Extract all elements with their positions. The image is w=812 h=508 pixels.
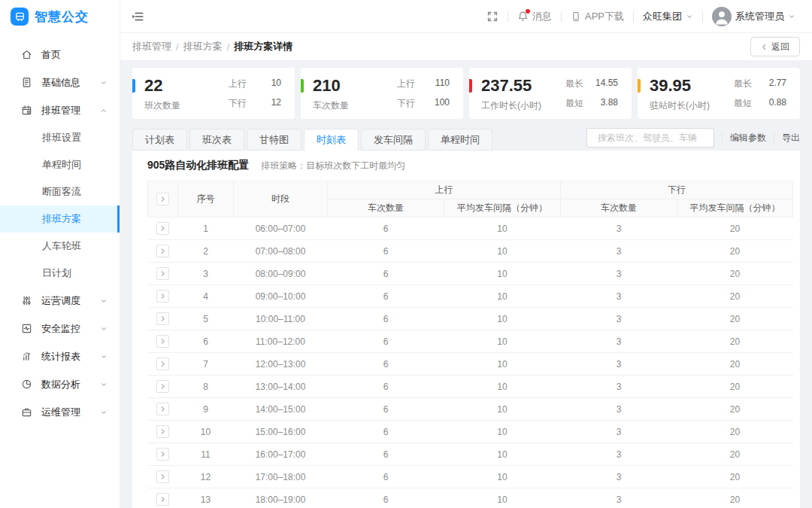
expand-row-button[interactable] (156, 380, 169, 393)
down-interval-cell: 20 (677, 443, 793, 466)
breadcrumb: 排班管理 / 排班方案 / 排班方案详情 (132, 40, 292, 53)
tab-班次表[interactable]: 班次表 (189, 129, 244, 151)
stat-kv-row: 最长14.55 (565, 78, 618, 90)
sidebar-subitem-daily-plan[interactable]: 日计划 (0, 260, 120, 287)
stat-value: 39.95 (650, 76, 710, 96)
export-button[interactable]: 导出 (782, 132, 800, 144)
chevron-right-icon (159, 196, 166, 202)
sidebar-item-scheduling[interactable]: 排班管理 (0, 96, 120, 124)
sidebar-subitem-one-way-time[interactable]: 单程时间 (0, 151, 120, 178)
menu-fold-icon[interactable] (131, 10, 144, 23)
tab-单程时间[interactable]: 单程时间 (428, 129, 492, 151)
down-interval-cell: 20 (677, 240, 793, 263)
up-interval-cell: 10 (444, 330, 561, 353)
expand-row-button[interactable] (156, 290, 169, 303)
stat-label: 工作时长(小时) (481, 99, 541, 112)
chevron-right-icon (159, 338, 166, 345)
period-cell: 12:00–13:00 (234, 353, 328, 376)
tabs: 计划表班次表甘特图时刻表发车间隔单程时间 (132, 129, 495, 151)
fullscreen-icon[interactable] (486, 11, 498, 23)
down-interval-cell: 20 (677, 330, 793, 353)
timetable-body: 1 06:00–07:00 6 10 3 20 2 07:00–08:00 6 … (148, 217, 793, 508)
sidebar-item-operation-dispatch[interactable]: 运营调度 (0, 287, 120, 315)
up-interval-cell: 10 (444, 217, 561, 240)
expand-row-button[interactable] (156, 222, 169, 235)
period-cell: 13:00–14:00 (234, 376, 328, 398)
org-selector[interactable]: 众旺集团 (643, 10, 693, 23)
up-trips-cell: 6 (328, 466, 444, 488)
expand-all-header (148, 181, 178, 217)
chevron-down-icon (100, 353, 108, 360)
up-interval-cell: 10 (444, 376, 561, 398)
seq-cell: 6 (178, 330, 234, 353)
col-group-up: 上行 (328, 181, 561, 199)
bell-icon (517, 11, 529, 22)
expand-row-button[interactable] (156, 245, 169, 257)
panel-strategy: 排班策略：目标班次数下工时最均匀 (261, 160, 405, 172)
panel-title: 905路自动化排班配置 (147, 159, 249, 172)
stat-kv-row: 下行100 (397, 97, 450, 110)
expand-all-button[interactable] (156, 193, 169, 205)
search-input[interactable] (598, 132, 714, 143)
up-trips-cell: 6 (328, 217, 444, 240)
up-trips-cell: 6 (328, 443, 444, 466)
sidebar-item-home[interactable]: 首页 (0, 41, 120, 68)
period-cell: 15:00–16:00 (234, 421, 328, 443)
stat-card: 39.95 驻站时长(小时) 最长2.77最短0.88 (638, 68, 800, 119)
expand-row-button[interactable] (156, 335, 169, 348)
expand-row-button[interactable] (156, 470, 169, 483)
tab-计划表[interactable]: 计划表 (132, 129, 187, 151)
sliders-icon (21, 295, 32, 306)
period-cell: 17:00–18:00 (234, 466, 328, 488)
tab-发车间隔[interactable]: 发车间隔 (361, 129, 426, 151)
down-trips-cell: 3 (561, 308, 677, 330)
chevron-right-icon (159, 451, 166, 458)
down-interval-cell: 20 (677, 466, 793, 488)
app-download-button[interactable]: APP下载 (571, 10, 624, 23)
expand-row-button[interactable] (156, 403, 169, 415)
stat-accent-bar (469, 79, 472, 93)
chevron-right-icon (159, 360, 166, 367)
sidebar-item-ops-management[interactable]: 运维管理 (0, 398, 120, 426)
sidebar-subitem-schedule-plan[interactable]: 排班方案 (0, 205, 120, 233)
phone-icon (571, 11, 581, 22)
sidebar-menu: 首页 基础信息 排班管理 排班设置 单程 (0, 33, 120, 426)
stat-kv-row: 上行10 (229, 78, 281, 90)
sidebar-subitem-section-flow[interactable]: 断面客流 (0, 178, 120, 205)
expand-row-button[interactable] (156, 312, 169, 325)
down-interval-cell: 20 (677, 263, 793, 285)
expand-row-button[interactable] (156, 493, 169, 506)
user-menu[interactable]: 系统管理员 (712, 7, 795, 26)
divider (702, 11, 703, 22)
breadcrumb-item[interactable]: 排班方案 (183, 40, 223, 53)
sidebar-item-basic-info[interactable]: 基础信息 (0, 68, 120, 96)
expand-row-button[interactable] (156, 448, 169, 461)
sidebar-item-safety-monitor[interactable]: 安全监控 (0, 315, 120, 342)
content-area: 22 班次数量 上行10下行12 210 车次数量 上行110下行100 237… (120, 60, 812, 508)
sidebar-subitem-schedule-settings[interactable]: 排班设置 (0, 124, 120, 151)
sidebar-item-statistics-report[interactable]: 统计报表 (0, 342, 120, 370)
col-header-period: 时段 (234, 181, 328, 217)
table-row: 10 15:00–16:00 6 10 3 20 (148, 421, 793, 443)
tab-甘特图[interactable]: 甘特图 (247, 129, 301, 151)
stat-card: 237.55 工作时长(小时) 最长14.55最短3.88 (469, 68, 632, 119)
tab-时刻表[interactable]: 时刻表 (304, 129, 359, 151)
expand-row-button[interactable] (156, 267, 169, 280)
messages-label: 消息 (532, 10, 552, 23)
edit-params-button[interactable]: 编辑参数 (730, 132, 766, 144)
stat-kv-row: 最短0.88 (734, 97, 786, 110)
col-header-seq: 序号 (178, 181, 234, 217)
sidebar-item-data-analysis[interactable]: 数据分析 (0, 370, 120, 398)
messages-button[interactable]: 消息 (517, 10, 552, 23)
breadcrumb-item[interactable]: 排班管理 (132, 40, 171, 53)
sidebar-subitem-crew-rotation[interactable]: 人车轮班 (0, 233, 120, 260)
stat-accent-bar (301, 79, 304, 93)
app-download-label: APP下载 (585, 10, 624, 23)
expand-row-button[interactable] (156, 357, 169, 370)
org-label: 众旺集团 (643, 10, 682, 23)
up-trips-cell: 6 (328, 353, 444, 376)
expand-row-button[interactable] (156, 425, 169, 438)
back-button[interactable]: 返回 (750, 37, 800, 56)
seq-cell: 3 (178, 263, 234, 285)
table-row: 11 16:00–17:00 6 10 3 20 (148, 443, 793, 466)
